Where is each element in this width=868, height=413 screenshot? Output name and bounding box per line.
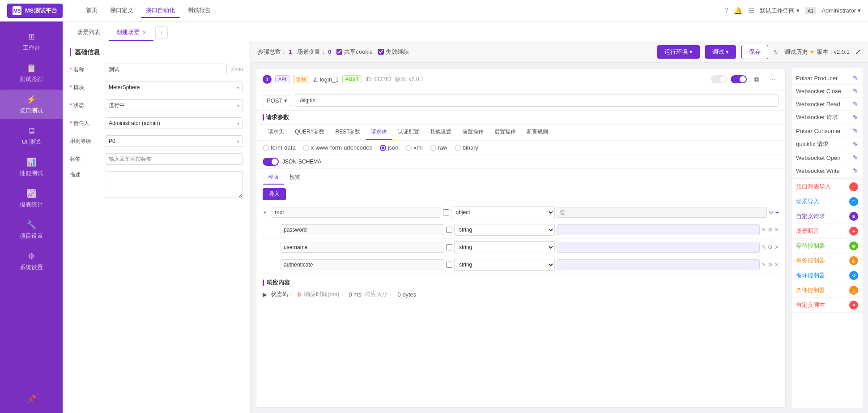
root-name-input[interactable]	[272, 207, 441, 218]
panel-item-ws-close[interactable]: Websocket Close ✎	[791, 85, 863, 98]
radio-binary[interactable]: binary	[455, 144, 478, 151]
root-gear-icon[interactable]: ⚙	[769, 209, 774, 215]
tag-input[interactable]	[105, 153, 243, 165]
nav-api-def[interactable]: 接口定义	[105, 4, 139, 18]
url-input[interactable]	[295, 94, 779, 107]
run-env-button[interactable]: 运行环境 ▾	[657, 45, 700, 59]
json-schema-toggle[interactable]	[263, 158, 279, 166]
step-enable-toggle[interactable]	[711, 75, 727, 83]
name-input[interactable]	[105, 64, 227, 75]
step-copy-icon[interactable]: ⧉	[750, 73, 763, 86]
tab-add-button[interactable]: +	[155, 26, 168, 39]
ws-open-edit-icon[interactable]: ✎	[853, 154, 858, 161]
status-select[interactable]: 进行中	[105, 99, 243, 111]
password-delete-icon[interactable]: ✕	[774, 227, 779, 233]
ws-close-edit-icon[interactable]: ✎	[853, 87, 858, 95]
nav-report[interactable]: 测试报告	[182, 4, 216, 18]
panel-item-scenario-assert[interactable]: 场景断言 ●	[791, 224, 863, 239]
method-select[interactable]: POST ▾	[263, 95, 291, 106]
desc-textarea[interactable]	[105, 171, 243, 198]
root-type-select[interactable]: object	[451, 206, 555, 218]
workspace-selector[interactable]: 默认工作空间 ▾	[760, 7, 800, 15]
refresh-icon[interactable]: ↻	[774, 48, 779, 56]
module-select[interactable]: MeterSphere	[105, 82, 243, 93]
password-type-select[interactable]: string	[454, 224, 555, 236]
quickfix-edit-icon[interactable]: ✎	[853, 141, 858, 148]
panel-item-ws-request[interactable]: Websocket 请求 ✎	[791, 111, 863, 125]
panel-item-cond-controller[interactable]: 条件控制器 △	[791, 283, 863, 298]
username-delete-icon[interactable]: ✕	[774, 244, 779, 250]
authenticate-edit-icon[interactable]: ✎	[762, 262, 766, 268]
sub-tab-template[interactable]: 模版	[263, 171, 284, 185]
sidebar-item-report[interactable]: 📈 报表统计	[0, 184, 63, 213]
req-tab-assert[interactable]: 断言规则	[521, 125, 553, 140]
panel-item-custom-script[interactable]: 自定义脚本 ✕	[791, 298, 863, 313]
tab-close-icon[interactable]: ✕	[142, 30, 146, 35]
notification-icon[interactable]: 🔔	[734, 6, 743, 15]
priority-select[interactable]: P0	[105, 135, 243, 147]
password-name-input[interactable]	[281, 224, 444, 235]
sidebar-item-api-test[interactable]: ⚡ 接口测试	[0, 90, 63, 119]
panel-item-pulsar-producer[interactable]: Pulsar Producer ✎	[791, 72, 863, 85]
panel-item-custom-request[interactable]: 自定义请求 ≡	[791, 209, 863, 224]
username-gear-icon[interactable]: ⚙	[768, 244, 773, 250]
help-icon[interactable]: ?	[724, 7, 728, 15]
authenticate-delete-icon[interactable]: ✕	[774, 262, 779, 268]
root-value-input[interactable]	[557, 207, 767, 218]
step-more-icon[interactable]: ···	[766, 73, 779, 86]
panel-item-pulsar-consumer[interactable]: Pulsar Consumer ✎	[791, 125, 863, 138]
authenticate-gear-icon[interactable]: ⚙	[768, 262, 773, 268]
sub-tab-preview[interactable]: 预览	[284, 171, 306, 185]
expand-button[interactable]: ⤢	[855, 47, 861, 56]
star-icon[interactable]: ★	[809, 48, 815, 55]
panel-item-quickfix[interactable]: quickfix 请求 ✎	[791, 138, 863, 151]
status-expand-icon[interactable]: ▶	[263, 291, 267, 298]
req-tab-rest[interactable]: REST参数	[330, 125, 366, 140]
req-tab-query[interactable]: QUERY参数	[289, 125, 330, 140]
req-tab-headers[interactable]: 请求头	[263, 125, 289, 140]
sidebar-item-workspace[interactable]: ⊞ 工作台	[0, 27, 63, 56]
sidebar-item-system-settings[interactable]: ⚙ 系统设置	[0, 246, 63, 276]
pin-icon[interactable]: 📌	[23, 391, 40, 408]
ws-write-edit-icon[interactable]: ✎	[853, 167, 858, 174]
panel-item-scenario-import[interactable]: 场景导入 □	[791, 194, 863, 209]
sidebar-item-test-track[interactable]: 📋 测试跟踪	[0, 58, 63, 88]
api-tag[interactable]: API	[275, 75, 289, 83]
req-tab-post[interactable]: 后置操作	[489, 125, 521, 140]
username-value-input[interactable]	[557, 242, 760, 253]
username-edit-icon[interactable]: ✎	[762, 244, 766, 250]
password-gear-icon[interactable]: ⚙	[768, 227, 773, 233]
username-name-input[interactable]	[281, 242, 444, 253]
password-edit-icon[interactable]: ✎	[762, 227, 766, 233]
req-tab-other[interactable]: 其他设置	[425, 125, 457, 140]
radio-form-data[interactable]: form-data	[263, 144, 296, 151]
pulsar-consumer-edit-icon[interactable]: ✎	[853, 127, 858, 134]
copy-tag[interactable]: 复制	[293, 75, 309, 84]
sidebar-item-project-settings[interactable]: 🔧 项目设置	[0, 215, 63, 245]
panel-item-ws-read[interactable]: Websocket Read ✎	[791, 98, 863, 111]
req-tab-body[interactable]: 请求体	[366, 125, 392, 140]
root-expand-icon[interactable]: ▼	[263, 210, 270, 215]
username-checkbox[interactable]	[446, 244, 452, 250]
radio-xml[interactable]: xml	[405, 144, 422, 151]
ws-request-edit-icon[interactable]: ✎	[853, 114, 858, 121]
debug-button[interactable]: 调试 ▾	[705, 45, 736, 59]
password-value-input[interactable]	[557, 224, 760, 235]
authenticate-value-input[interactable]	[557, 259, 760, 270]
panel-item-loop-controller[interactable]: 循环控制器 ↺	[791, 268, 863, 283]
radio-urlencoded[interactable]: x-www-form-urlencoded	[303, 144, 373, 151]
tab-scenario-list[interactable]: 场景列表	[70, 25, 107, 41]
tab-create-scenario[interactable]: 创建场景 ✕	[109, 25, 153, 41]
panel-item-trans-controller[interactable]: 事务控制器 ψ	[791, 254, 863, 268]
pulsar-producer-edit-icon[interactable]: ✎	[853, 74, 858, 82]
panel-item-ws-open[interactable]: Websocket Open ✎	[791, 151, 863, 164]
authenticate-name-input[interactable]	[281, 259, 444, 270]
sidebar-item-ui-test[interactable]: 🖥 UI 测试	[0, 121, 63, 151]
step-toggle[interactable]	[731, 75, 747, 83]
nav-api-auto[interactable]: 接口自动化	[140, 4, 180, 18]
save-button[interactable]: 保存	[741, 45, 768, 59]
sidebar-item-perf-test[interactable]: 📊 性能测试	[0, 152, 63, 182]
fail-checkbox[interactable]	[378, 49, 384, 55]
authenticate-checkbox[interactable]	[446, 262, 452, 268]
radio-raw[interactable]: raw	[430, 144, 447, 151]
